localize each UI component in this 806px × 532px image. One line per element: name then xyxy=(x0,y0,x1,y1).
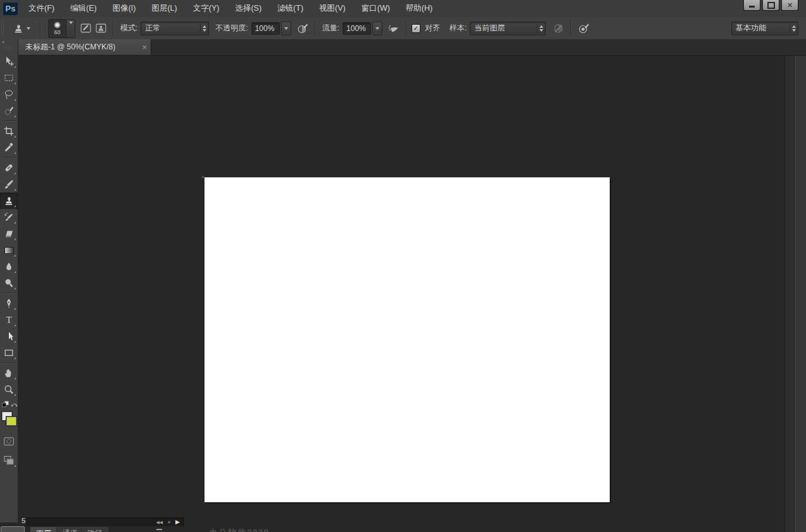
clone-stamp-tool[interactable] xyxy=(0,193,18,209)
menu-filter[interactable]: 滤镜(T) xyxy=(276,3,305,14)
menu-window[interactable]: 窗口(W) xyxy=(360,3,391,14)
menu-type[interactable]: 文字(Y) xyxy=(192,3,221,14)
airbrush-button[interactable] xyxy=(386,21,401,36)
sample-select[interactable]: 当前图层 xyxy=(470,22,546,35)
history-brush-tool[interactable] xyxy=(0,209,18,225)
minimized-panel-strip[interactable]: ◀◀ ✕ ▶ xyxy=(27,517,184,526)
status-zoom-text: 5 xyxy=(22,517,25,524)
brush-tool[interactable] xyxy=(0,176,18,193)
maximize-button[interactable] xyxy=(762,0,779,11)
horizontal-type-tool[interactable]: T xyxy=(0,312,18,328)
flow-label: 流量: xyxy=(322,23,339,34)
strip-close-icon[interactable]: ✕ xyxy=(167,520,171,524)
zoom-tool[interactable] xyxy=(0,381,18,398)
collapse-toolbar-button[interactable]: » xyxy=(0,39,18,45)
brush-cursor-icon xyxy=(201,175,205,179)
eraser-tool[interactable] xyxy=(0,225,18,242)
pen-tool[interactable] xyxy=(0,295,18,312)
workspace-select[interactable]: 基本功能 xyxy=(731,22,798,35)
mode-select[interactable]: 正常 xyxy=(141,22,209,35)
crop-icon xyxy=(4,126,14,136)
ignore-adjustment-layers-button xyxy=(551,21,566,36)
lasso-icon xyxy=(4,89,14,99)
tablet-pressure-size-button[interactable] xyxy=(576,21,591,36)
flow-value: 100% xyxy=(346,24,366,33)
aligned-checkbox[interactable]: ✓ xyxy=(412,24,420,33)
toggle-clone-source-panel-button[interactable] xyxy=(93,21,108,36)
clone-stamp-icon xyxy=(4,196,14,206)
menu-edit[interactable]: 编辑(E) xyxy=(69,3,98,14)
minimize-button[interactable] xyxy=(743,0,760,11)
document-tab[interactable]: 未标题-1 @ 50%(CMYK/8) × xyxy=(18,39,151,55)
document-canvas[interactable] xyxy=(205,177,610,502)
chevron-down-icon xyxy=(284,27,288,30)
collapsed-panel-dock[interactable] xyxy=(784,55,806,532)
opacity-input[interactable]: 100% xyxy=(251,22,280,35)
toolbar-separator xyxy=(2,157,16,158)
menu-image[interactable]: 图像(I) xyxy=(111,3,137,14)
pen-icon xyxy=(4,298,14,308)
crop-tool[interactable] xyxy=(0,123,18,139)
tab-layers[interactable]: 图层 xyxy=(30,526,58,532)
quick-mask-mode-button[interactable] xyxy=(0,433,18,450)
rewind-icon[interactable]: ◀◀ xyxy=(156,520,163,524)
brush-preset-picker[interactable]: 60 xyxy=(48,19,75,38)
menu-layer[interactable]: 图层(L) xyxy=(150,3,178,14)
window-controls: ✕ xyxy=(743,0,798,11)
tool-preset-picker[interactable] xyxy=(8,21,35,36)
eyedropper-tool[interactable] xyxy=(0,139,18,156)
chevron-down-icon xyxy=(69,22,73,24)
color-swatches xyxy=(0,410,18,429)
clone-stamp-icon xyxy=(13,23,23,34)
opacity-label: 不透明度: xyxy=(215,23,248,34)
options-bar-gripper[interactable] xyxy=(1,20,5,37)
brush-icon xyxy=(4,179,14,189)
flow-dropdown-button[interactable] xyxy=(372,22,382,35)
tab-channels[interactable]: 通道 xyxy=(56,526,84,532)
separator xyxy=(570,21,572,36)
toolbar: » xyxy=(0,39,18,522)
move-tool[interactable] xyxy=(0,53,18,70)
path-selection-tool[interactable] xyxy=(0,328,18,345)
gradient-tool[interactable] xyxy=(0,242,18,258)
stepper-icon xyxy=(200,23,208,34)
rectangle-tool[interactable] xyxy=(0,345,18,361)
screen-mode-button[interactable] xyxy=(0,452,18,469)
background-color-swatch[interactable] xyxy=(6,416,17,426)
quick-selection-tool[interactable] xyxy=(0,103,18,119)
eraser-icon xyxy=(4,229,14,239)
toolbar-gripper[interactable] xyxy=(4,46,14,51)
tablet-pressure-size-icon xyxy=(578,23,589,34)
swatch-mini-row xyxy=(1,400,16,409)
dodge-tool[interactable] xyxy=(0,275,18,291)
default-colors-icon[interactable] xyxy=(2,401,9,408)
toggle-brush-panel-button[interactable] xyxy=(78,21,93,36)
path-selection-icon xyxy=(4,331,14,341)
blur-tool[interactable] xyxy=(0,258,18,275)
brush-thumbnail: 60 xyxy=(49,20,66,37)
history-brush-icon xyxy=(4,212,14,222)
opacity-dropdown-button[interactable] xyxy=(281,22,291,35)
tab-paths[interactable]: 路径 xyxy=(81,526,109,532)
close-button[interactable]: ✕ xyxy=(781,0,798,11)
healing-brush-icon xyxy=(4,163,14,173)
watermark-text: 办公软件2020 xyxy=(209,528,269,532)
menu-select[interactable]: 选择(S) xyxy=(234,3,263,14)
tab-close-icon[interactable]: × xyxy=(142,42,147,52)
play-icon[interactable]: ▶ xyxy=(175,519,180,525)
menu-file[interactable]: 文件(F) xyxy=(27,3,56,14)
flow-input[interactable]: 100% xyxy=(343,22,371,35)
brush-preset-arrow[interactable] xyxy=(66,20,75,37)
canvas-workspace xyxy=(0,55,806,532)
rectangular-marquee-tool[interactable] xyxy=(0,70,18,86)
lasso-tool[interactable] xyxy=(0,86,18,103)
healing-brush-tool[interactable] xyxy=(0,160,18,176)
stepper-icon xyxy=(790,23,798,34)
swap-colors-icon[interactable] xyxy=(11,401,18,408)
dodge-icon xyxy=(4,278,14,288)
hand-tool[interactable] xyxy=(0,365,18,381)
tablet-pressure-opacity-button[interactable] xyxy=(295,21,310,36)
photoshop-logo: Ps xyxy=(3,2,18,16)
menu-view[interactable]: 视图(V) xyxy=(318,3,347,14)
menu-help[interactable]: 帮助(H) xyxy=(405,3,434,14)
